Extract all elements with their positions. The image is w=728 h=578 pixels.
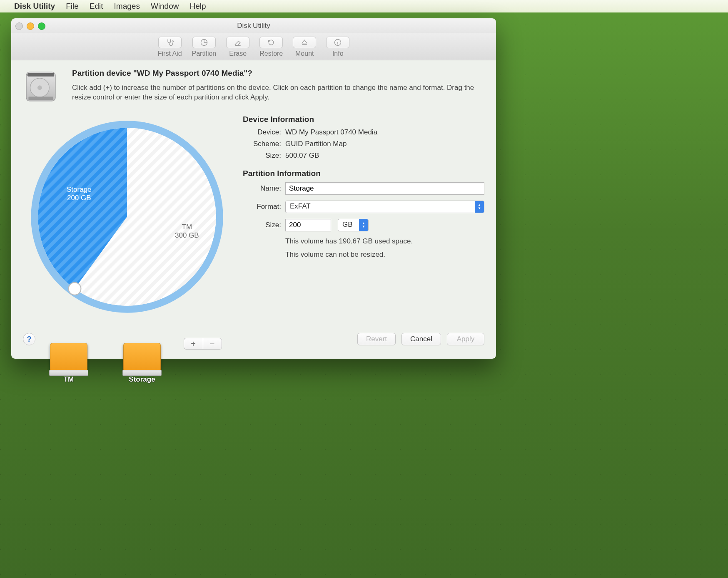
slice-label-storage: Storage200 GB xyxy=(67,186,92,203)
label-psize: Size: xyxy=(243,221,281,229)
drive-label: Storage xyxy=(129,375,155,384)
toolbar-first-aid[interactable]: First Aid xyxy=(158,37,182,57)
toolbar-label: Partition xyxy=(192,50,217,57)
size-unit-select[interactable]: GB ▲▼ xyxy=(338,219,369,231)
chevron-updown-icon: ▲▼ xyxy=(475,201,484,213)
format-select-value: ExFAT xyxy=(286,201,475,213)
sheet-description: Click add (+) to increase the number of … xyxy=(72,83,484,106)
toolbar-info[interactable]: Info xyxy=(326,37,349,57)
partition-sheet: Partition device "WD My Passport 0740 Me… xyxy=(11,60,496,359)
info-icon xyxy=(326,37,349,48)
value-scheme: GUID Partition Map xyxy=(285,140,484,148)
external-drive-icon xyxy=(50,343,87,372)
menu-edit[interactable]: Edit xyxy=(90,2,103,11)
menu-file[interactable]: File xyxy=(66,2,79,11)
window-zoom-button[interactable] xyxy=(38,22,45,30)
eject-icon xyxy=(293,37,316,48)
app-menu[interactable]: Disk Utility xyxy=(14,2,55,11)
add-partition-button[interactable]: + xyxy=(184,338,203,350)
external-drive-icon xyxy=(123,343,161,372)
menu-window[interactable]: Window xyxy=(151,2,179,11)
toolbar: First Aid Partition Erase Restore Mount … xyxy=(11,33,496,60)
partition-info-heading: Partition Information xyxy=(243,169,484,178)
label-size: Size: xyxy=(243,151,281,160)
format-select[interactable]: ExFAT ▲▼ xyxy=(285,201,484,213)
resize-handle[interactable] xyxy=(68,283,81,295)
size-unit-value: GB xyxy=(338,219,359,231)
toolbar-partition[interactable]: Partition xyxy=(192,37,217,57)
toolbar-label: Restore xyxy=(259,50,283,57)
resize-note: This volume can not be resized. xyxy=(285,251,484,259)
label-name: Name: xyxy=(243,184,281,193)
window-minimize-button[interactable] xyxy=(27,22,34,30)
svg-rect-6 xyxy=(27,73,55,77)
toolbar-label: Info xyxy=(332,50,344,57)
restore-icon xyxy=(259,37,283,48)
svg-point-5 xyxy=(37,85,42,90)
window-close-button[interactable] xyxy=(15,22,23,30)
apply-button: Apply xyxy=(447,333,484,345)
desktop-drive-storage[interactable]: Storage xyxy=(123,343,161,384)
menu-help[interactable]: Help xyxy=(189,2,206,11)
device-info-heading: Device Information xyxy=(243,115,484,124)
svg-point-0 xyxy=(172,41,173,42)
toolbar-label: Erase xyxy=(229,50,247,57)
hard-drive-icon xyxy=(23,69,59,106)
value-size: 500.07 GB xyxy=(285,151,484,160)
toolbar-mount[interactable]: Mount xyxy=(293,37,316,57)
menu-images[interactable]: Images xyxy=(114,2,140,11)
desktop-drive-tm[interactable]: TM xyxy=(50,343,87,384)
title-bar[interactable]: Disk Utility xyxy=(11,18,496,33)
remove-partition-button[interactable]: − xyxy=(203,338,222,350)
eraser-icon xyxy=(226,37,249,48)
partition-name-input[interactable] xyxy=(285,182,484,195)
label-format: Format: xyxy=(243,203,281,211)
stethoscope-icon xyxy=(158,37,182,48)
toolbar-erase[interactable]: Erase xyxy=(226,37,249,57)
label-device: Device: xyxy=(243,128,281,136)
label-scheme: Scheme: xyxy=(243,140,281,148)
toolbar-restore[interactable]: Restore xyxy=(259,37,283,57)
revert-button: Revert xyxy=(357,333,396,345)
disk-utility-window: Disk Utility First Aid Partition Erase R… xyxy=(11,18,496,359)
toolbar-label: Mount xyxy=(295,50,314,57)
pie-icon xyxy=(192,37,216,48)
slice-label-tm: TM300 GB xyxy=(175,223,199,240)
used-space-note: This volume has 190.67 GB used space. xyxy=(285,237,484,246)
window-title: Disk Utility xyxy=(237,22,270,30)
drive-label: TM xyxy=(64,375,74,384)
partition-pie-chart[interactable]: Storage200 GB TM300 GB xyxy=(29,119,225,315)
cancel-button[interactable]: Cancel xyxy=(401,333,441,345)
toolbar-label: First Aid xyxy=(158,50,182,57)
menu-bar: Disk Utility File Edit Images Window Hel… xyxy=(0,0,728,12)
svg-rect-7 xyxy=(28,97,53,100)
value-device: WD My Passport 0740 Media xyxy=(285,128,484,136)
sheet-title: Partition device "WD My Passport 0740 Me… xyxy=(72,69,484,82)
help-button[interactable]: ? xyxy=(23,333,35,345)
partition-size-input[interactable] xyxy=(285,219,331,231)
chevron-updown-icon: ▲▼ xyxy=(359,219,368,231)
